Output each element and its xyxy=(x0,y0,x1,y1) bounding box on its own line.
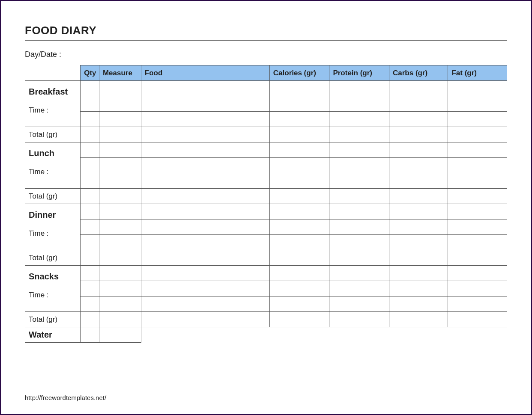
cell-fat[interactable] xyxy=(448,96,507,112)
cell-qty[interactable] xyxy=(81,327,99,343)
cell-calories[interactable] xyxy=(269,312,329,327)
cell-measure[interactable] xyxy=(99,327,141,343)
cell-measure[interactable] xyxy=(99,235,141,250)
cell-food[interactable] xyxy=(141,81,269,96)
cell-carbs[interactable] xyxy=(389,112,448,127)
cell-carbs[interactable] xyxy=(389,96,448,112)
cell-calories[interactable] xyxy=(269,281,329,296)
cell-protein[interactable] xyxy=(329,158,389,173)
cell-fat[interactable] xyxy=(448,250,507,266)
cell-calories[interactable] xyxy=(269,266,329,281)
cell-calories[interactable] xyxy=(269,142,329,158)
cell-carbs[interactable] xyxy=(389,296,448,312)
cell-fat[interactable] xyxy=(448,158,507,173)
cell-food[interactable] xyxy=(141,158,269,173)
cell-calories[interactable] xyxy=(269,235,329,250)
cell-fat[interactable] xyxy=(448,112,507,127)
cell-qty[interactable] xyxy=(81,96,99,112)
cell-carbs[interactable] xyxy=(389,281,448,296)
cell-qty[interactable] xyxy=(81,173,99,189)
cell-protein[interactable] xyxy=(329,81,389,96)
cell-measure[interactable] xyxy=(99,312,141,327)
cell-carbs[interactable] xyxy=(389,81,448,96)
cell-calories[interactable] xyxy=(269,189,329,204)
cell-qty[interactable] xyxy=(81,235,99,250)
cell-fat[interactable] xyxy=(448,142,507,158)
cell-measure[interactable] xyxy=(99,281,141,296)
cell-qty[interactable] xyxy=(81,81,99,96)
cell-food[interactable] xyxy=(141,189,269,204)
cell-measure[interactable] xyxy=(99,189,141,204)
cell-food[interactable] xyxy=(141,296,269,312)
cell-measure[interactable] xyxy=(99,96,141,112)
cell-food[interactable] xyxy=(141,142,269,158)
cell-fat[interactable] xyxy=(448,281,507,296)
cell-measure[interactable] xyxy=(99,81,141,96)
cell-food[interactable] xyxy=(141,127,269,142)
cell-measure[interactable] xyxy=(99,296,141,312)
cell-food[interactable] xyxy=(141,250,269,266)
cell-fat[interactable] xyxy=(448,266,507,281)
cell-qty[interactable] xyxy=(81,219,99,235)
cell-measure[interactable] xyxy=(99,112,141,127)
cell-protein[interactable] xyxy=(329,112,389,127)
cell-qty[interactable] xyxy=(81,127,99,142)
cell-carbs[interactable] xyxy=(389,312,448,327)
cell-carbs[interactable] xyxy=(389,142,448,158)
cell-fat[interactable] xyxy=(448,204,507,219)
cell-fat[interactable] xyxy=(448,81,507,96)
cell-fat[interactable] xyxy=(448,189,507,204)
cell-measure[interactable] xyxy=(99,142,141,158)
cell-food[interactable] xyxy=(141,96,269,112)
cell-fat[interactable] xyxy=(448,173,507,189)
cell-protein[interactable] xyxy=(329,296,389,312)
cell-carbs[interactable] xyxy=(389,127,448,142)
cell-qty[interactable] xyxy=(81,281,99,296)
cell-protein[interactable] xyxy=(329,127,389,142)
cell-food[interactable] xyxy=(141,112,269,127)
cell-food[interactable] xyxy=(141,173,269,189)
cell-food[interactable] xyxy=(141,266,269,281)
cell-measure[interactable] xyxy=(99,127,141,142)
cell-food[interactable] xyxy=(141,281,269,296)
cell-calories[interactable] xyxy=(269,81,329,96)
cell-fat[interactable] xyxy=(448,219,507,235)
cell-calories[interactable] xyxy=(269,96,329,112)
cell-measure[interactable] xyxy=(99,219,141,235)
cell-calories[interactable] xyxy=(269,173,329,189)
cell-food[interactable] xyxy=(141,219,269,235)
cell-carbs[interactable] xyxy=(389,204,448,219)
cell-measure[interactable] xyxy=(99,250,141,266)
cell-food[interactable] xyxy=(141,235,269,250)
cell-qty[interactable] xyxy=(81,112,99,127)
cell-qty[interactable] xyxy=(81,189,99,204)
cell-fat[interactable] xyxy=(448,296,507,312)
cell-measure[interactable] xyxy=(99,158,141,173)
cell-protein[interactable] xyxy=(329,204,389,219)
cell-protein[interactable] xyxy=(329,142,389,158)
cell-protein[interactable] xyxy=(329,189,389,204)
cell-protein[interactable] xyxy=(329,235,389,250)
cell-carbs[interactable] xyxy=(389,158,448,173)
cell-calories[interactable] xyxy=(269,112,329,127)
cell-protein[interactable] xyxy=(329,250,389,266)
cell-fat[interactable] xyxy=(448,312,507,327)
cell-fat[interactable] xyxy=(448,127,507,142)
cell-calories[interactable] xyxy=(269,127,329,142)
cell-measure[interactable] xyxy=(99,173,141,189)
cell-protein[interactable] xyxy=(329,266,389,281)
cell-food[interactable] xyxy=(141,312,269,327)
cell-qty[interactable] xyxy=(81,296,99,312)
cell-carbs[interactable] xyxy=(389,189,448,204)
cell-calories[interactable] xyxy=(269,296,329,312)
cell-protein[interactable] xyxy=(329,96,389,112)
cell-qty[interactable] xyxy=(81,142,99,158)
cell-calories[interactable] xyxy=(269,250,329,266)
cell-protein[interactable] xyxy=(329,281,389,296)
cell-food[interactable] xyxy=(141,204,269,219)
cell-carbs[interactable] xyxy=(389,173,448,189)
cell-carbs[interactable] xyxy=(389,250,448,266)
cell-measure[interactable] xyxy=(99,204,141,219)
cell-protein[interactable] xyxy=(329,173,389,189)
cell-carbs[interactable] xyxy=(389,219,448,235)
